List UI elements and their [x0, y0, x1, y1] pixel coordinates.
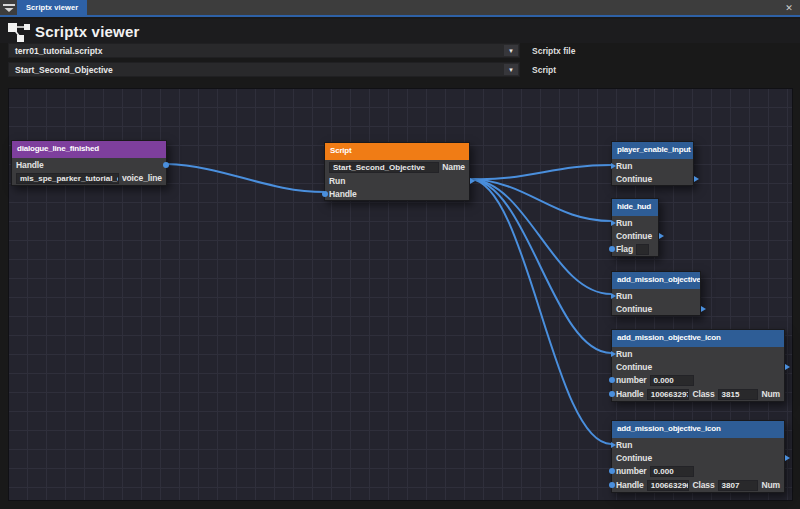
chevron-down-icon[interactable]: ▼ [504, 45, 518, 56]
input-flow-port-icon[interactable] [611, 442, 616, 448]
script-row: Start_Second_Objective ▼ Script [8, 62, 556, 77]
tab-label: Scriptx viewer [26, 3, 78, 12]
output-flow-port-icon[interactable] [785, 455, 790, 461]
row-label: Handle [329, 189, 357, 199]
value-box[interactable]: 3815 [718, 389, 759, 400]
app-header: Scriptx viewer [0, 19, 800, 43]
node-row: number0.000 [612, 373, 784, 387]
row-label: Continue [616, 362, 652, 372]
node-add_mission_objective_icon_1[interactable]: add_mission_objective_iconRunContinuenum… [611, 329, 785, 402]
row-label: Handle [616, 480, 644, 490]
page-title: Scriptx viewer [35, 23, 140, 40]
scriptx-file-label: Scriptx file [532, 46, 575, 56]
row-label: Handle [616, 389, 644, 399]
node-title[interactable]: player_enable_input [612, 142, 693, 159]
output-flow-port-icon[interactable] [701, 306, 706, 312]
input-flow-port-icon[interactable] [611, 351, 616, 357]
scriptx-file-select[interactable]: terr01_tutorial.scriptx ▼ [8, 43, 520, 58]
value-box[interactable]: 3807 [718, 480, 759, 491]
row-label: Continue [616, 174, 652, 184]
node-add_mission_objective_icon_2[interactable]: add_mission_objective_iconRunContinuenum… [611, 420, 785, 493]
output-flow-port-icon[interactable] [470, 178, 475, 184]
value-box[interactable] [636, 244, 649, 255]
input-flow-port-icon[interactable] [611, 220, 616, 226]
input-data-port-icon[interactable] [609, 468, 615, 474]
row-label: Class [692, 480, 714, 490]
menu-button[interactable] [0, 0, 17, 15]
row-label: number [616, 375, 647, 385]
input-data-port-icon[interactable] [609, 482, 615, 488]
node-script[interactable]: ScriptStart_Second_ObjectiveNameRunHandl… [324, 142, 470, 201]
node-row: Run [325, 174, 469, 187]
row-label: Run [616, 291, 632, 301]
value-box[interactable]: 1006632967 [647, 480, 690, 491]
input-flow-port-icon[interactable] [611, 293, 616, 299]
value-box[interactable]: 0.000 [650, 466, 694, 477]
output-data-port-icon[interactable] [163, 162, 169, 168]
node-graph-canvas[interactable]: dialogue_line_finishedHandlemis_spe_park… [8, 88, 793, 501]
row-label: Run [616, 349, 632, 359]
node-dialogue_line_finished[interactable]: dialogue_line_finishedHandlemis_spe_park… [11, 140, 167, 186]
node-row: number0.000 [612, 464, 784, 478]
node-hide_hud[interactable]: hide_hudRunContinueFlag [611, 198, 659, 257]
script-label: Script [532, 65, 556, 75]
scriptx-file-value: terr01_tutorial.scriptx [15, 46, 102, 56]
node-row: Run [612, 347, 784, 360]
node-row: Continue [612, 360, 784, 373]
node-player_enable_input[interactable]: player_enable_inputRunContinue [611, 141, 694, 186]
input-data-port-icon[interactable] [609, 246, 615, 252]
node-row: Continue [612, 229, 658, 242]
script-value: Start_Second_Objective [15, 65, 113, 75]
node-row: Start_Second_ObjectiveName [325, 160, 469, 174]
script-select[interactable]: Start_Second_Objective ▼ [8, 62, 520, 77]
output-flow-port-icon[interactable] [694, 176, 699, 182]
row-label: Run [329, 176, 345, 186]
node-title[interactable]: dialogue_line_finished [12, 141, 166, 158]
title-bar: Scriptx viewer ✕ [0, 0, 800, 17]
output-flow-port-icon[interactable] [659, 233, 664, 239]
chevron-down-icon[interactable]: ▼ [504, 64, 518, 75]
input-data-port-icon[interactable] [609, 377, 615, 383]
node-row: Run [612, 216, 658, 229]
node-title[interactable]: hide_hud [612, 199, 658, 216]
row-label: Continue [616, 304, 652, 314]
node-title[interactable]: add_mission_objective [612, 272, 700, 289]
output-flow-port-icon[interactable] [785, 364, 790, 370]
row-label: Class [692, 389, 714, 399]
node-row: Continue [612, 172, 693, 185]
node-row: mis_spe_parker_tutorial_dan_voice_line [12, 171, 166, 185]
row-label: Flag [616, 244, 633, 254]
node-title[interactable]: Script [325, 143, 469, 160]
menu-icon [3, 3, 15, 13]
node-add_mission_objective[interactable]: add_mission_objectiveRunContinue [611, 271, 701, 316]
close-button[interactable]: ✕ [778, 0, 800, 15]
app-logo-icon [7, 20, 32, 43]
scriptx-file-row: terr01_tutorial.scriptx ▼ Scriptx file [8, 43, 575, 58]
row-label: number [616, 466, 647, 476]
input-data-port-icon[interactable] [609, 391, 615, 397]
input-flow-port-icon[interactable] [611, 163, 616, 169]
value-box[interactable]: 1006632971 [647, 389, 690, 400]
node-row: Handle [12, 158, 166, 171]
node-row: Run [612, 438, 784, 451]
node-title[interactable]: add_mission_objective_icon [612, 421, 784, 438]
node-layer: dialogue_line_finishedHandlemis_spe_park… [9, 89, 792, 500]
node-row: Continue [612, 451, 784, 464]
row-label: Continue [616, 231, 652, 241]
node-row: Handle [325, 187, 469, 200]
row-label: Run [616, 218, 632, 228]
row-label: Handle [16, 160, 44, 170]
node-row: Run [612, 289, 700, 302]
value-box[interactable]: Start_Second_Objective [329, 162, 439, 173]
node-row: Flag [612, 242, 658, 256]
node-row: Continue [612, 302, 700, 315]
value-box[interactable]: 0.000 [650, 375, 694, 386]
node-title[interactable]: add_mission_objective_icon [612, 330, 784, 347]
value-box[interactable]: mis_spe_parker_tutorial_dan_ [16, 173, 119, 184]
row-label: Continue [616, 453, 652, 463]
row-label: Name [442, 162, 465, 172]
input-data-port-icon[interactable] [322, 191, 328, 197]
row-label: Num [761, 389, 780, 399]
tab-scriptx-viewer[interactable]: Scriptx viewer [17, 0, 87, 15]
node-row: Handle1006632971Class3815Num [612, 387, 784, 401]
